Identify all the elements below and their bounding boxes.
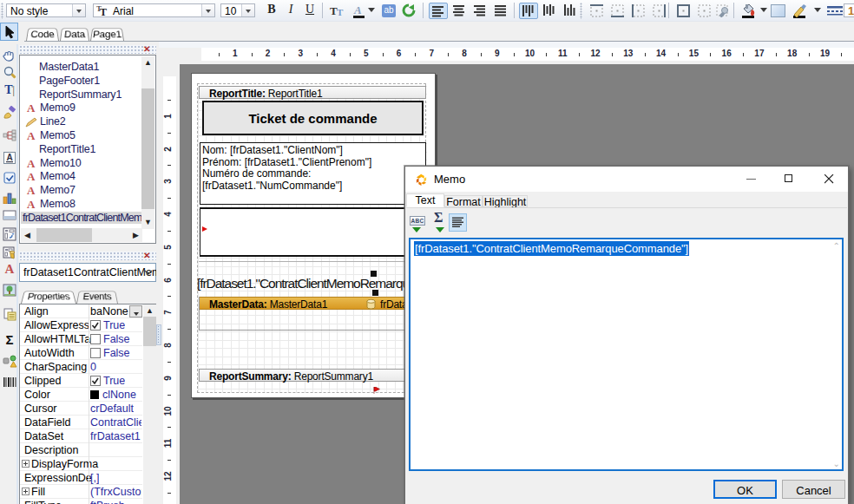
svg-text:A: A xyxy=(6,153,12,162)
